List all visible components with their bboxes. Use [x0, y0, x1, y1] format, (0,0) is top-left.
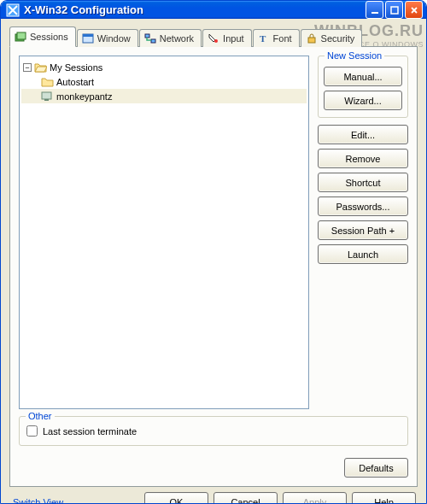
tab-label: Input	[223, 33, 243, 44]
apply-button[interactable]: Apply	[283, 492, 347, 504]
tab-network[interactable]: Network	[139, 29, 202, 47]
ok-button[interactable]: OK	[144, 492, 208, 504]
svg-rect-2	[391, 7, 398, 14]
shortcut-button[interactable]: Shortcut	[318, 173, 408, 192]
session-icon	[41, 91, 54, 102]
sessions-icon	[15, 31, 26, 43]
app-window: X-Win32 Configuration Sessions Window Ne…	[0, 0, 427, 504]
tab-input[interactable]: Input	[202, 29, 251, 47]
close-button[interactable]	[405, 1, 423, 19]
network-icon	[144, 32, 156, 44]
sessions-tree[interactable]: − My Sessions Autostart monkeypantz	[19, 56, 309, 409]
window-icon	[82, 32, 94, 44]
svg-rect-6	[83, 34, 93, 37]
tree-label: My Sessions	[50, 62, 102, 73]
maximize-button[interactable]	[385, 1, 403, 19]
tab-label: Network	[160, 33, 194, 44]
last-session-terminate-row[interactable]: Last session terminate	[26, 425, 401, 437]
last-session-terminate-checkbox[interactable]	[26, 425, 38, 437]
window-controls	[366, 1, 423, 19]
tree-item-autostart[interactable]: Autostart	[21, 74, 307, 89]
manual-button[interactable]: Manual...	[324, 67, 402, 86]
group-title: Other	[26, 411, 55, 421]
other-group: Other Last session terminate	[19, 416, 408, 446]
svg-text:T: T	[260, 33, 266, 44]
window-title: X-Win32 Configuration	[24, 3, 366, 16]
svg-rect-1	[371, 12, 378, 14]
tree-label: Autostart	[56, 77, 94, 87]
session-path-button[interactable]: Session Path +	[318, 220, 408, 240]
tab-sessions[interactable]: Sessions	[9, 26, 76, 47]
tree-root[interactable]: − My Sessions	[21, 60, 307, 74]
launch-button[interactable]: Launch	[318, 244, 408, 264]
client-area: Sessions Window Network Input T Font Sec…	[1, 19, 426, 504]
folder-icon	[41, 76, 54, 87]
tree-label: monkeypantz	[56, 91, 112, 102]
passwords-button[interactable]: Passwords...	[318, 196, 408, 216]
cancel-button[interactable]: Cancel	[214, 492, 278, 504]
svg-rect-11	[308, 38, 315, 43]
defaults-button[interactable]: Defaults	[344, 458, 408, 478]
wizard-button[interactable]: Wizard...	[324, 91, 402, 110]
tab-label: Security	[321, 33, 355, 44]
minimize-button[interactable]	[366, 1, 383, 19]
tabstrip: Sessions Window Network Input T Font Sec…	[9, 26, 418, 46]
group-title: New Session	[325, 50, 384, 61]
titlebar[interactable]: X-Win32 Configuration	[1, 1, 426, 19]
folder-open-icon	[34, 62, 47, 73]
tab-label: Window	[97, 33, 131, 44]
tree-item-session[interactable]: monkeypantz	[21, 89, 307, 103]
tab-window[interactable]: Window	[77, 29, 138, 47]
new-session-group: New Session Manual... Wizard...	[318, 56, 408, 118]
svg-rect-8	[151, 39, 155, 43]
tab-font[interactable]: T Font	[253, 29, 300, 47]
input-icon	[208, 32, 219, 44]
sidebar: New Session Manual... Wizard... Edit... …	[318, 56, 408, 409]
tab-label: Sessions	[30, 32, 68, 42]
svg-rect-7	[145, 34, 149, 38]
svg-rect-4	[17, 32, 26, 39]
remove-button[interactable]: Remove	[318, 149, 408, 168]
font-icon: T	[258, 32, 270, 44]
tab-label: Font	[273, 33, 292, 44]
help-button[interactable]: Help	[352, 492, 416, 504]
tab-security[interactable]: Security	[301, 29, 363, 47]
security-icon	[306, 32, 318, 44]
app-icon	[6, 3, 20, 17]
svg-rect-12	[42, 92, 51, 99]
dialog-footer: Switch View OK Cancel Apply Help	[9, 487, 418, 504]
collapse-icon[interactable]: −	[23, 63, 32, 72]
switch-view-link[interactable]: Switch View	[11, 497, 63, 505]
tabpage-sessions: − My Sessions Autostart monkeypantz	[9, 46, 418, 487]
checkbox-label: Last session terminate	[43, 426, 137, 437]
svg-point-9	[214, 39, 218, 43]
svg-rect-13	[44, 99, 49, 101]
edit-button[interactable]: Edit...	[318, 125, 408, 144]
